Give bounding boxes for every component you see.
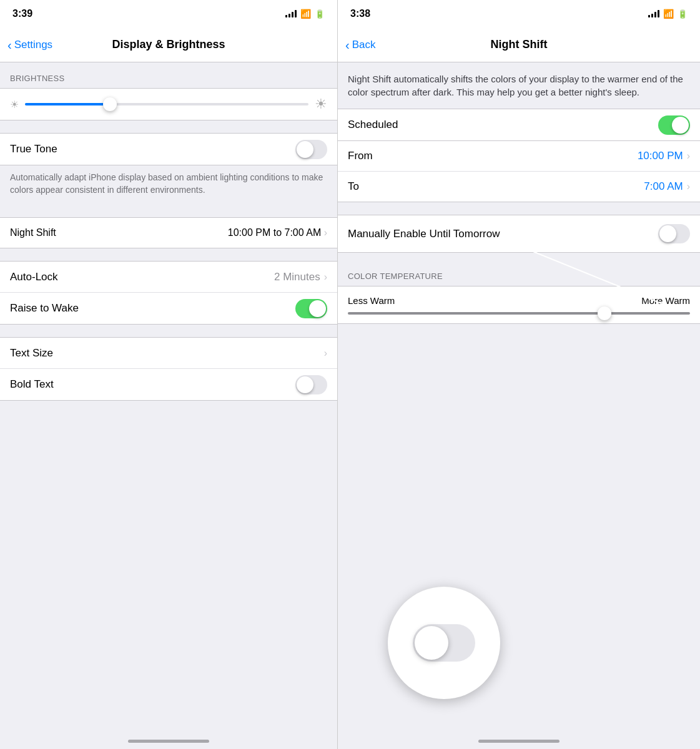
raise-to-wake-label: Raise to Wake [10, 302, 79, 315]
autolock-time-value: 2 Minutes [274, 271, 320, 283]
color-temp-track[interactable] [348, 312, 690, 315]
left-back-label[interactable]: Settings [14, 39, 52, 51]
true-tone-row[interactable]: True Tone [0, 134, 337, 165]
from-row[interactable]: From 10:00 PM › [338, 141, 700, 172]
to-label: To [348, 180, 359, 193]
left-separator-2 [0, 325, 337, 337]
raise-to-wake-row[interactable]: Raise to Wake [0, 293, 337, 324]
from-label: From [348, 150, 373, 162]
to-chevron-icon: › [687, 181, 690, 192]
left-panel: 3:39 📶 🔋 ‹ Settings Display & Brightness… [0, 0, 337, 749]
true-tone-toggle-knob [297, 141, 313, 158]
bold-text-toggle[interactable] [295, 375, 327, 394]
brightness-section-label: BRIGHTNESS [0, 62, 337, 88]
true-tone-toggle[interactable] [295, 140, 327, 159]
magnified-circle [388, 587, 500, 699]
brightness-thumb[interactable] [103, 97, 117, 111]
night-shift-label: Night Shift [10, 227, 56, 238]
magnified-toggle-overlay [388, 587, 500, 699]
manual-enable-section: Manually Enable Until Tomorrow [338, 215, 700, 253]
bold-text-knob [297, 376, 313, 393]
text-group: Text Size › Bold Text [0, 337, 337, 401]
to-row[interactable]: To 7:00 AM › [338, 172, 700, 202]
brightness-track[interactable] [25, 103, 308, 105]
scheduled-row[interactable]: Scheduled [338, 109, 700, 140]
brightness-slider-row[interactable]: ☀ ☀ [10, 96, 327, 112]
text-size-value: › [324, 348, 327, 359]
color-temp-slider-row: Less Warm More Warm [338, 286, 700, 324]
from-time: 10:00 PM [638, 150, 683, 162]
night-shift-chevron-icon: › [324, 227, 327, 238]
right-nav-bar: ‹ Back Night Shift [338, 27, 700, 62]
color-temp-section-label: COLOR TEMPERATURE [338, 265, 700, 286]
autolock-group: Auto-Lock 2 Minutes › Raise to Wake [0, 261, 337, 325]
bold-text-row[interactable]: Bold Text [0, 369, 337, 400]
autolock-chevron-icon: › [324, 272, 327, 283]
left-page-title: Display & Brightness [112, 38, 225, 51]
brightness-low-icon: ☀ [10, 99, 19, 110]
right-status-icons: 📶 🔋 [648, 9, 688, 19]
manual-enable-toggle[interactable] [658, 224, 690, 243]
right-back-chevron-icon: ‹ [345, 39, 350, 51]
to-time: 7:00 AM [644, 180, 683, 193]
left-battery-icon: 🔋 [315, 9, 325, 19]
night-shift-value: 10:00 PM to 7:00 AM › [228, 227, 327, 238]
from-value: 10:00 PM › [638, 150, 690, 162]
scheduled-label: Scheduled [348, 119, 398, 131]
night-shift-description: Night Shift automatically shifts the col… [338, 62, 700, 109]
manual-enable-label: Manually Enable Until Tomorrow [348, 228, 500, 240]
color-temp-section: COLOR TEMPERATURE Less Warm More Warm [338, 265, 700, 324]
scheduled-group: Scheduled [338, 109, 700, 141]
bold-text-label: Bold Text [10, 378, 54, 391]
autolock-value: 2 Minutes › [274, 271, 327, 283]
right-status-bar: 3:38 📶 🔋 [338, 0, 700, 27]
left-signal-icon [285, 10, 297, 17]
left-back-chevron-icon: ‹ [7, 39, 12, 51]
from-chevron-icon: › [687, 150, 690, 162]
right-back-button[interactable]: ‹ Back [345, 39, 375, 51]
right-wifi-icon: 📶 [663, 9, 674, 19]
brightness-fill [25, 103, 110, 105]
text-size-label: Text Size [10, 347, 53, 360]
left-status-bar: 3:39 📶 🔋 [0, 0, 337, 27]
right-page-title: Night Shift [491, 38, 548, 51]
raise-to-wake-toggle[interactable] [295, 299, 327, 318]
autolock-row[interactable]: Auto-Lock 2 Minutes › [0, 262, 337, 293]
left-back-button[interactable]: ‹ Settings [7, 39, 52, 51]
text-size-chevron-icon: › [324, 348, 327, 359]
magnified-knob [415, 626, 448, 660]
right-battery-icon: 🔋 [678, 9, 688, 19]
true-tone-description: Automatically adapt iPhone display based… [0, 165, 337, 205]
right-back-label[interactable]: Back [352, 39, 376, 51]
left-nav-bar: ‹ Settings Display & Brightness [0, 27, 337, 62]
to-value: 7:00 AM › [644, 180, 690, 193]
color-temp-labels: Less Warm More Warm [348, 295, 690, 306]
left-separator-1 [0, 248, 337, 261]
left-wifi-icon: 📶 [300, 9, 311, 19]
night-shift-time-value: 10:00 PM to 7:00 AM [228, 227, 321, 238]
right-time: 3:38 [350, 8, 370, 19]
scheduled-toggle[interactable] [658, 115, 690, 135]
right-home-indicator [478, 740, 560, 743]
left-status-icons: 📶 🔋 [285, 9, 325, 19]
left-time: 3:39 [12, 8, 32, 19]
left-home-indicator [128, 740, 209, 743]
raise-to-wake-knob [309, 300, 326, 317]
scheduled-toggle-knob [672, 117, 689, 134]
brightness-high-icon: ☀ [315, 96, 327, 112]
from-to-group: From 10:00 PM › To 7:00 AM › [338, 141, 700, 202]
right-signal-icon [648, 10, 659, 17]
true-tone-label: True Tone [10, 143, 57, 155]
right-panel: 3:38 📶 🔋 ‹ Back Night Shift Night Shift … [337, 0, 700, 749]
brightness-section: ☀ ☀ [0, 88, 337, 120]
text-size-row[interactable]: Text Size › [0, 338, 337, 369]
magnified-toggle [413, 624, 475, 662]
less-warm-label: Less Warm [348, 295, 395, 306]
more-warm-label: More Warm [641, 295, 690, 306]
autolock-label: Auto-Lock [10, 271, 58, 283]
manual-enable-knob [659, 225, 676, 242]
true-tone-group: True Tone [0, 133, 337, 165]
night-shift-row[interactable]: Night Shift 10:00 PM to 7:00 AM › [0, 217, 337, 248]
color-temp-thumb[interactable] [598, 306, 611, 320]
